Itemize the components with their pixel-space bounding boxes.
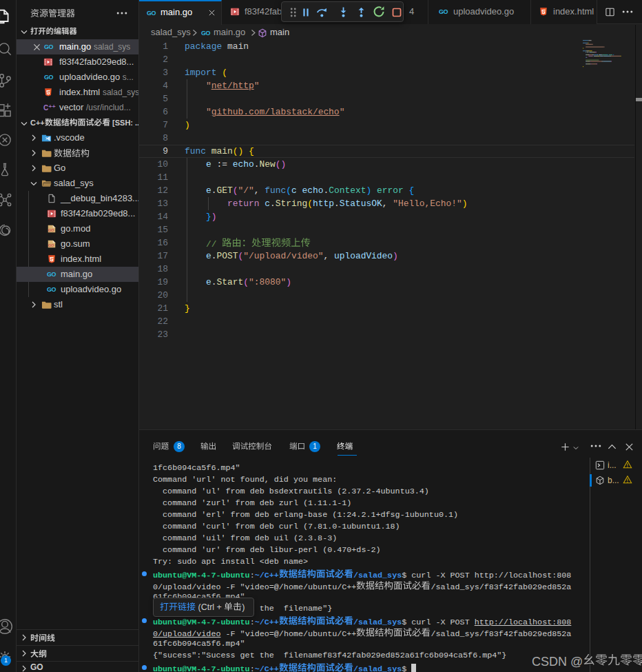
svg-text:GO: GO <box>48 243 54 247</box>
svg-text:GO: GO <box>48 228 54 232</box>
